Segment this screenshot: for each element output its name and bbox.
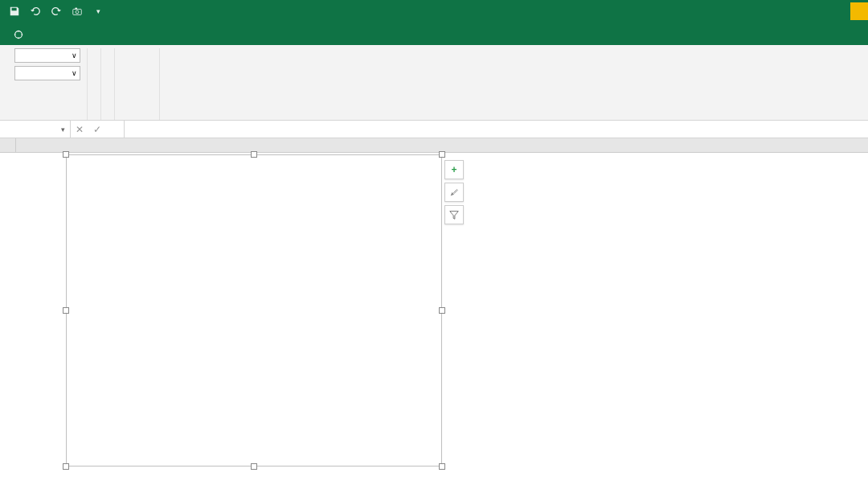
svg-rect-0 bbox=[73, 9, 82, 14]
resize-handle[interactable] bbox=[439, 307, 445, 314]
name-box[interactable]: ▾ bbox=[0, 121, 71, 138]
chart-object[interactable]: + bbox=[66, 154, 442, 467]
camera-icon[interactable] bbox=[69, 3, 85, 19]
chart-filter-button[interactable] bbox=[444, 205, 464, 224]
resize-handle[interactable] bbox=[63, 307, 69, 314]
group-aux-right bbox=[130, 48, 160, 120]
worksheet-grid[interactable]: + bbox=[0, 138, 868, 485]
ribbon-tabs bbox=[0, 23, 868, 45]
ribbon: ∨ ∨ bbox=[0, 45, 868, 121]
fx-button[interactable] bbox=[106, 121, 124, 138]
formula-bar: ▾ ✕ ✓ bbox=[0, 121, 868, 138]
svg-point-3 bbox=[15, 31, 23, 39]
resize-handle[interactable] bbox=[251, 151, 257, 158]
chart-plus-button[interactable]: + bbox=[444, 160, 464, 179]
resize-handle[interactable] bbox=[63, 463, 69, 470]
group-modern-charts bbox=[101, 48, 115, 120]
column-headers bbox=[0, 138, 868, 153]
bubble-matrix-chart bbox=[67, 155, 441, 466]
svg-rect-2 bbox=[75, 8, 77, 10]
resize-handle[interactable] bbox=[439, 151, 445, 158]
fb-enter[interactable]: ✓ bbox=[88, 121, 106, 138]
resize-handle[interactable] bbox=[439, 463, 445, 470]
svg-point-1 bbox=[76, 10, 79, 14]
tell-me[interactable] bbox=[3, 24, 37, 45]
select-all-corner[interactable] bbox=[0, 138, 16, 152]
undo-icon[interactable] bbox=[27, 3, 43, 19]
resize-handle[interactable] bbox=[251, 463, 257, 470]
group-chart-theme: ∨ ∨ bbox=[5, 48, 88, 120]
resize-handle[interactable] bbox=[63, 151, 69, 158]
redo-icon[interactable] bbox=[48, 3, 64, 19]
color-theme-select[interactable]: ∨ bbox=[14, 66, 80, 80]
user-badge[interactable] bbox=[850, 2, 868, 20]
qat-dropdown-icon[interactable]: ▾ bbox=[90, 3, 106, 19]
chart-brush-button[interactable] bbox=[444, 183, 464, 202]
bg-style-select[interactable]: ∨ bbox=[14, 48, 80, 63]
quick-access-toolbar: ▾ bbox=[0, 3, 113, 19]
title-bar: ▾ bbox=[0, 0, 868, 23]
fb-cancel[interactable]: ✕ bbox=[71, 121, 88, 138]
group-aux-tools bbox=[115, 48, 130, 120]
group-classic-charts bbox=[88, 48, 101, 120]
save-icon[interactable] bbox=[6, 3, 23, 19]
